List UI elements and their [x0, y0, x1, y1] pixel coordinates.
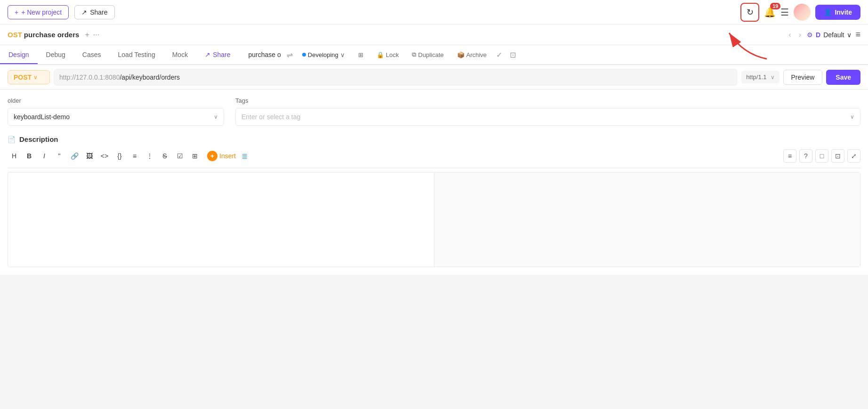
save-button[interactable]: Save [826, 70, 860, 85]
lock-button[interactable]: 🔒 Lock [373, 49, 402, 60]
nav-left-arrow[interactable]: ‹ [787, 30, 793, 40]
tab-cases[interactable]: Cases [74, 46, 110, 64]
refresh-icon: ↻ [747, 7, 754, 17]
description-icon: 📄 [8, 136, 16, 143]
form-row: older keyboardList-demo ∨ Tags Enter or … [8, 97, 860, 126]
environment-selector[interactable]: ⚙ D Default ∨ [807, 31, 852, 39]
share-export-icon: ↗ [81, 8, 87, 16]
new-project-label: + New project [21, 8, 62, 16]
help-button[interactable]: ? [799, 149, 812, 163]
description-section: 📄 Description H B I " 🔗 [8, 135, 860, 267]
image-button[interactable]: 🖼 [83, 149, 96, 163]
tab-right-section: purchase o ⇌ Developing ∨ ⊞ 🔒 Lock ⧉ Dup… [245, 49, 520, 60]
tab-mock[interactable]: Mock [164, 46, 196, 64]
bullet-list-button[interactable]: ≡ [128, 149, 141, 163]
preview-button[interactable]: Preview [783, 70, 823, 85]
status-arrow-icon: ∨ [340, 51, 345, 58]
tab-debug-label: Debug [46, 51, 65, 58]
save-label: Save [836, 74, 851, 81]
settings-icon: ⚙ [807, 31, 813, 39]
italic-button[interactable]: I [38, 149, 51, 163]
lock-icon: 🔒 [377, 51, 384, 58]
code-block-button[interactable]: {} [113, 149, 126, 163]
checkbox-button[interactable]: ☑ [173, 149, 186, 163]
http-version-selector[interactable]: http/1.1 ∨ [741, 71, 779, 83]
fullscreen-button[interactable]: ⤢ [847, 149, 860, 163]
bold-label: B [27, 152, 32, 160]
hamburger-icon[interactable]: ≡ [855, 30, 860, 40]
url-bar: POST ∨ http://127.0.0.1:8080 /api/keyboa… [0, 65, 868, 90]
invite-button[interactable]: 👤 Invite [815, 5, 860, 20]
add-tab-icon[interactable]: + [85, 31, 89, 39]
tags-arrow-icon: ∨ [850, 114, 854, 120]
tags-group: Tags Enter or select a tag ∨ [235, 97, 860, 126]
link-button[interactable]: 🔗 [68, 149, 81, 163]
split-view-icon: ⊡ [835, 152, 841, 160]
tab-share[interactable]: ↗ Share [196, 46, 239, 64]
editor-left-pane[interactable] [8, 172, 434, 267]
url-path: /api/keyboard/orders [120, 74, 180, 81]
avatar[interactable] [794, 4, 811, 21]
fullscreen-icon: ⤢ [851, 152, 857, 160]
heading-label: H [12, 152, 16, 160]
outline-icon[interactable]: ≣ [241, 152, 248, 161]
folder-arrow-icon: ∨ [214, 114, 218, 120]
new-project-button[interactable]: + + New project [8, 5, 69, 19]
code-inline-icon: <> [101, 152, 108, 160]
share-button[interactable]: ↗ Share [74, 5, 114, 19]
breadcrumb-title: OST purchase orders [8, 31, 79, 39]
notification-button[interactable]: 🔔 19 [764, 7, 776, 18]
nav-right-arrow[interactable]: › [797, 30, 803, 40]
tab-debug[interactable]: Debug [38, 46, 74, 64]
expand-button[interactable]: ⊞ [354, 49, 367, 60]
url-input-wrapper[interactable]: http://127.0.0.1:8080 /api/keyboard/orde… [54, 69, 738, 86]
second-bar-right: ‹ › ⚙ D Default ∨ ≡ [787, 30, 860, 40]
description-title: Description [19, 135, 58, 143]
tab-load-testing[interactable]: Load Testing [110, 46, 164, 64]
tab-mock-label: Mock [172, 51, 188, 58]
layout-left-button[interactable]: ≡ [783, 149, 796, 163]
description-header: 📄 Description [8, 135, 860, 143]
quote-button[interactable]: " [53, 149, 66, 163]
strikethrough-icon: S [162, 152, 167, 160]
top-bar: + + New project ↗ Share ↻ 🔔 19 ☰ 👤 [0, 0, 868, 25]
method-label: POST [14, 74, 32, 81]
share-label: Share [90, 8, 107, 16]
menu-icon[interactable]: ☰ [780, 7, 789, 18]
ordered-list-button[interactable]: ⋮ [143, 149, 156, 163]
quote-icon: " [58, 152, 61, 160]
duplicate-button[interactable]: ⧉ Duplicate [408, 49, 447, 60]
verify-icon[interactable]: ✓ [496, 50, 502, 59]
method-prefix: OST [8, 31, 22, 39]
http-arrow-icon: ∨ [771, 74, 775, 81]
archive-button[interactable]: 📦 Archive [453, 49, 490, 60]
heading-button[interactable]: H [8, 149, 21, 163]
main-content: older keyboardList-demo ∨ Tags Enter or … [0, 90, 868, 275]
status-button[interactable]: Developing ∨ [298, 49, 349, 60]
api-title: purchase orders [24, 31, 80, 39]
strikethrough-button[interactable]: S [158, 149, 171, 163]
code-inline-button[interactable]: <> [98, 149, 111, 163]
tags-label: Tags [235, 97, 860, 104]
ordered-list-icon: ⋮ [146, 152, 153, 160]
tags-select[interactable]: Enter or select a tag ∨ [235, 108, 860, 126]
refresh-wrapper: ↻ [740, 3, 759, 22]
split-view-button[interactable]: ⊡ [831, 149, 844, 163]
api-name: purchase o [249, 51, 281, 58]
folder-select[interactable]: keyboardList-demo ∨ [8, 108, 224, 126]
preview-toggle-button[interactable]: □ [815, 149, 828, 163]
table-button[interactable]: ⊞ [188, 149, 201, 163]
insert-plus-icon: + [207, 151, 217, 161]
settings2-icon[interactable]: ⊡ [510, 50, 516, 59]
preview-label: Preview [791, 74, 815, 81]
status-label: Developing [308, 51, 338, 58]
layout-left-icon: ≡ [788, 152, 792, 160]
tab-design[interactable]: Design [0, 46, 38, 64]
method-selector[interactable]: POST ∨ [8, 70, 50, 84]
insert-button[interactable]: + Insert [203, 149, 240, 163]
tab-design-label: Design [8, 51, 29, 58]
sort-icon[interactable]: ⇌ [287, 50, 293, 59]
refresh-button[interactable]: ↻ [740, 3, 759, 22]
bold-button[interactable]: B [23, 149, 36, 163]
more-options-icon[interactable]: ··· [93, 31, 99, 39]
